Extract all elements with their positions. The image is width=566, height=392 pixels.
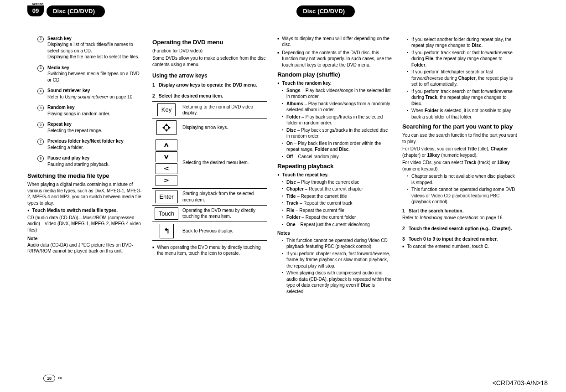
key-desc: on page 10. (108, 94, 134, 99)
list-item: Folder – Play back songs/tracks in the s… (282, 114, 392, 126)
notes-heading: Notes (277, 230, 392, 237)
search-step-3: 3 Touch 0 to 9 to input the desired numb… (402, 236, 517, 242)
circle-8-icon: 8 (37, 155, 44, 162)
key-title: Search key (47, 36, 72, 41)
note-body: Audio data (CD-DA) and JPEG picture file… (27, 242, 142, 254)
search-p2: For DVD videos, you can select Title (ti… (402, 146, 517, 158)
list-item: Chapter – Repeat the current chapter (282, 186, 392, 192)
key-title: Repeat key (47, 122, 72, 127)
repeat-list: Disc – Play through the current disc Cha… (277, 179, 392, 228)
list-item: If you perform track search or fast forw… (407, 50, 517, 68)
heading-random: Random play (shuffle) (277, 71, 392, 79)
lead-text: Touch the repeat key. (282, 172, 328, 178)
note-text: Ways to display the menu will differ dep… (282, 36, 392, 48)
circle-3-icon: 3 (37, 65, 44, 72)
key-item-7: 7 Previous folder key/Next folder keySel… (37, 138, 142, 150)
section-label: Section (32, 2, 43, 6)
switch-step: Touch Media to switch media file types. (27, 207, 142, 214)
lead-text: Touch the random key. (282, 80, 332, 87)
key-desc: Playing songs in random order. (47, 111, 110, 116)
search-p3: For video CDs, you can select Track (tra… (402, 160, 517, 172)
key-desc: Switching between media file types on a … (47, 71, 140, 83)
list-item: Songs – Play back videos/songs in the se… (282, 88, 392, 100)
list-item: Folder – Repeat the current folder (282, 214, 392, 221)
heading-arrow-keys: Using the arrow keys (152, 72, 267, 79)
row-desc: Operating the DVD menu by directly touch… (181, 205, 267, 222)
key-item-8: 8 Pause and play keyPausing and starting… (37, 155, 142, 167)
column-2: Operating the DVD menu (Function for DVD… (152, 36, 267, 296)
key-desc: Displaying a list of track titles/file n… (47, 42, 139, 59)
column-4: If you select another folder during repe… (402, 36, 517, 296)
list-item: Title – Repeat the current title (282, 193, 392, 200)
list-item: File – Repeat the current file (282, 207, 392, 214)
chevron-up-icon[interactable]: ∧ (156, 139, 177, 150)
content-columns: 2 Search keyDisplaying a list of track t… (27, 36, 539, 296)
circle-7-icon: 7 (37, 139, 44, 145)
chevron-right-icon[interactable]: > (156, 175, 177, 186)
enter-button-icon[interactable]: Enter (155, 191, 177, 203)
key-item-2: 2 Search keyDisplaying a list of track t… (37, 36, 142, 60)
search-step-1-ref: Refer to Introducing movie operations on… (402, 215, 517, 221)
heading-switching: Switching the media file type (27, 172, 142, 180)
arrow-cluster-icon[interactable] (156, 120, 177, 135)
step-text: Select the desired menu item. (159, 93, 223, 98)
list-item: Disc – Play through the current disc (282, 179, 392, 186)
key-title: Pause and play key (47, 155, 89, 160)
row-desc: Displaying arrow keys. (181, 119, 267, 137)
page-footer: 18 En (43, 375, 62, 382)
tab-right: Disc (CD/DVD) (296, 5, 355, 17)
heading-repeat: Repeating playback (277, 162, 392, 170)
note-text: When operating the DVD menu by directly … (157, 244, 267, 257)
chevron-down-icon[interactable]: ∨ (156, 151, 177, 162)
key-desc: Pausing and starting playback. (47, 162, 109, 167)
step-text: Display arrow keys to operate the DVD me… (159, 83, 257, 88)
list-item: Off – Cancel random play. (282, 154, 392, 160)
step-num: 1 (152, 83, 155, 88)
list-item: When Folder is selected, it is not possi… (407, 108, 517, 120)
column-3: Ways to display the menu will differ dep… (277, 36, 392, 296)
square-note: Ways to display the menu will differ dep… (277, 36, 392, 48)
key-title: Random key (47, 105, 74, 110)
row-desc: Returning to the normal DVD video displa… (181, 102, 267, 119)
row-desc: Selecting the desired menu item. (181, 137, 267, 189)
search-step-2: 2 Touch the desired search option (e.g.,… (402, 226, 517, 232)
circle-6-icon: 6 (37, 122, 44, 128)
repeat-notes-cont: If you select another folder during repe… (402, 36, 517, 120)
list-item: This function cannot be operated during … (407, 186, 517, 205)
circle-5-icon: 5 (37, 105, 44, 111)
square-note: Depending on the contents of the DVD dis… (277, 50, 392, 68)
op-subtitle: (Function for DVD video) (152, 48, 267, 54)
heading-searching: Searching for the part you want to play (402, 123, 517, 131)
list-item: One – Repeat just the current video/song (282, 222, 392, 228)
list-item: Chapter search is not available when dis… (407, 173, 517, 186)
list-item: When playing discs with compressed audio… (282, 270, 392, 294)
key-item-5: 5 Random keyPlaying songs in random orde… (37, 104, 142, 117)
switch-paragraph: When playing a digital media containing … (27, 181, 142, 206)
list-item: If you perform track search or fast forw… (407, 88, 517, 107)
row-desc: Starting playback from the selected menu… (181, 189, 267, 206)
step-1: 1 Display arrow keys to operate the DVD … (152, 82, 267, 88)
table-row: Key Returning to the normal DVD video di… (152, 102, 267, 119)
chevron-left-icon[interactable]: < (156, 163, 177, 174)
back-arrow-icon[interactable]: ↰ (160, 224, 174, 238)
key-button-icon[interactable]: Key (157, 103, 176, 116)
list-item: If you perform chapter search, fast forw… (282, 251, 392, 269)
table-row: Enter Starting playback from the selecte… (152, 189, 267, 206)
key-desc: Refer to (47, 94, 65, 99)
key-title: Previous folder key/Next folder key (47, 139, 124, 144)
key-title: Sound retriever key (47, 88, 90, 93)
heading-operating-dvd: Operating the DVD menu (152, 38, 267, 46)
square-note: When operating the DVD menu by directly … (152, 244, 267, 257)
touch-button-icon[interactable]: Touch (155, 207, 179, 220)
list-item: Disc – Play back songs/tracks in the sel… (282, 127, 392, 139)
search-notes: Chapter search is not available when dis… (402, 173, 517, 205)
step-2: 2 Select the desired menu item. (152, 93, 267, 99)
table-row: ∧ ∨ < > Selecting the desired menu item. (152, 137, 267, 189)
table-row: Touch Operating the DVD menu by directly… (152, 205, 267, 222)
doc-code: <CRD4703-A/N>18 (493, 379, 548, 387)
step-num: 2 (152, 93, 155, 98)
key-title: Media key (47, 65, 69, 70)
square-note: To cancel the entered numbers, touch C. (402, 243, 517, 250)
page-number: 18 (43, 375, 55, 382)
list-item: If you perform title/chapter search or f… (407, 69, 517, 88)
